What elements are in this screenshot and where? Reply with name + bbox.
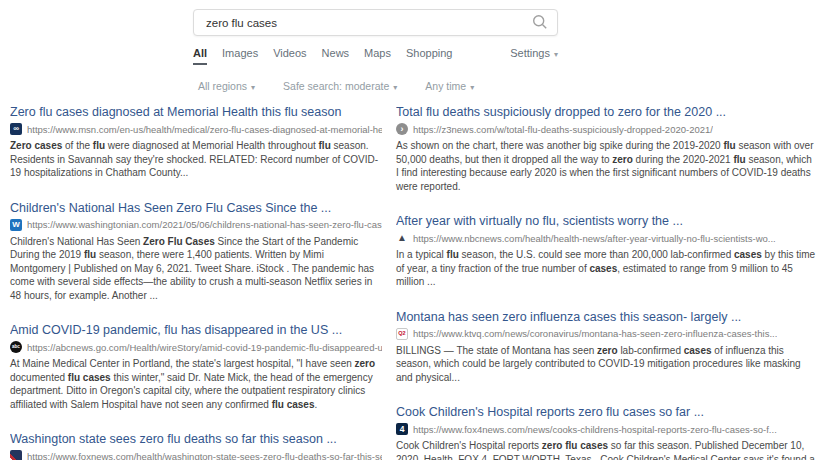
filter-label: All regions [198, 80, 247, 92]
snippet-highlight: cases [589, 263, 617, 274]
tab-news[interactable]: News [322, 47, 350, 65]
result-url[interactable]: https://www.ktvq.com/news/coronavirus/mo… [413, 328, 777, 339]
result-title-link[interactable]: Montana has seen zero influenza cases th… [396, 310, 816, 324]
result-title-link[interactable]: Cook Children's Hospital reports zero fl… [396, 405, 816, 419]
caret-down-icon: ▾ [554, 50, 558, 59]
result-title-link[interactable]: Total flu deaths suspiciously dropped to… [396, 105, 816, 119]
filter-label: Any time [425, 80, 466, 92]
tab-bar: AllImagesVideosNewsMapsShopping Settings… [193, 47, 558, 65]
snippet-highlight: flu [319, 140, 331, 151]
result-url[interactable]: https://www.washingtonian.com/2021/05/06… [27, 219, 382, 230]
search-result: Montana has seen zero influenza cases th… [396, 310, 816, 385]
ktvq-favicon: Q2 [396, 328, 408, 340]
search-button[interactable] [531, 14, 549, 32]
snippet-text: were diagnosed at Memorial Health throug… [105, 140, 318, 151]
result-meta: Whttps://www.washingtonian.com/2021/05/0… [10, 219, 382, 231]
snippet-highlight: zero [597, 345, 618, 356]
snippet-highlight: Zero Flu Cases [143, 236, 215, 247]
result-url[interactable]: https://www.fox4news.com/news/cooks-chil… [413, 424, 777, 435]
caret-down-icon: ▾ [470, 83, 474, 92]
snippet-highlight: flu cases [68, 372, 111, 383]
result-snippet: Children's National Has Seen Zero Flu Ca… [10, 235, 382, 303]
caret-down-icon: ▾ [393, 83, 397, 92]
tab-videos[interactable]: Videos [273, 47, 306, 65]
snippet-text: during the 2020-2021 [633, 154, 734, 165]
snippet-text: of the [62, 140, 93, 151]
search-result: Amid COVID-19 pandemic, flu has disappea… [10, 323, 382, 411]
snippet-text: At Maine Medical Center in Portland, the… [10, 358, 355, 369]
snippet-text: Cook Children's Hospital reports [396, 440, 542, 451]
snippet-text: BILLINGS — The state of Montana has seen [396, 345, 597, 356]
snippet-highlight: zero [355, 358, 376, 369]
snippet-highlight: flu [447, 249, 459, 260]
result-title-link[interactable]: Amid COVID-19 pandemic, flu has disappea… [10, 323, 382, 337]
tab-images[interactable]: Images [222, 47, 258, 65]
z3news-favicon: › [396, 123, 408, 135]
result-meta: ›https://z3news.com/w/total-flu-deaths-s… [396, 123, 816, 135]
result-meta: ▲https://www.nbcnews.com/health/health-n… [396, 232, 816, 244]
snippet-highlight: flu cases [272, 399, 315, 410]
search-result: Children's National Has Seen Zero Flu Ca… [10, 201, 382, 303]
search-result: Cook Children's Hospital reports zero fl… [396, 405, 816, 460]
fox4-favicon: 4 [396, 423, 408, 435]
result-title-link[interactable]: After year with virtually no flu, scient… [396, 214, 816, 228]
nbc-news-favicon: ▲ [396, 232, 408, 244]
search-box [193, 9, 558, 36]
msn-favicon: ∞ [10, 123, 22, 135]
result-title-link[interactable]: Washington state sees zero flu deaths so… [10, 432, 382, 446]
snippet-text: Children's National Has Seen [10, 236, 143, 247]
snippet-highlight: flu [733, 154, 745, 165]
snippet-text: . [314, 399, 317, 410]
result-title-link[interactable]: Zero flu cases diagnosed at Memorial Hea… [10, 105, 382, 119]
caret-down-icon: ▾ [251, 83, 255, 92]
result-url[interactable]: https://www.foxnews.com/health/washingto… [27, 451, 382, 460]
snippet-text: As shown on the chart, there was another… [396, 140, 723, 151]
result-snippet: As shown on the chart, there was another… [396, 139, 816, 193]
settings-label: Settings [510, 47, 550, 59]
search-result: Zero flu cases diagnosed at Memorial Hea… [10, 105, 382, 180]
snippet-highlight: flu [723, 140, 735, 151]
snippet-highlight: cases [684, 345, 712, 356]
snippet-text: season, the U.S. could see more than 200… [459, 249, 734, 260]
filter-label: Safe search: moderate [283, 80, 389, 92]
results-right-column: Total flu deaths suspiciously dropped to… [396, 105, 816, 460]
search-header: AllImagesVideosNewsMapsShopping Settings… [0, 0, 816, 92]
results-left-column: Zero flu cases diagnosed at Memorial Hea… [10, 105, 382, 460]
result-meta: ∞https://www.msn.com/en-us/health/medica… [10, 123, 382, 135]
snippet-highlight: flu [93, 140, 105, 151]
filter-safe-search[interactable]: Safe search: moderate▾ [283, 80, 397, 92]
snippet-text: In a typical [396, 249, 447, 260]
fox-news-favicon [10, 450, 22, 460]
search-result: Total flu deaths suspiciously dropped to… [396, 105, 816, 193]
filter-any-time[interactable]: Any time▾ [425, 80, 474, 92]
result-url[interactable]: https://www.msn.com/en-us/health/medical… [27, 124, 382, 135]
tab-all[interactable]: All [193, 47, 207, 65]
abc-news-favicon: abc [10, 341, 22, 353]
result-meta: abchttps://abcnews.go.com/Health/wireSto… [10, 341, 382, 353]
snippet-highlight: zero [612, 154, 633, 165]
search-input[interactable] [194, 10, 521, 35]
result-url[interactable]: https://www.nbcnews.com/health/health-ne… [413, 233, 776, 244]
snippet-highlight: cases [734, 249, 762, 260]
tab-maps[interactable]: Maps [364, 47, 391, 65]
result-url[interactable]: https://abcnews.go.com/Health/wireStory/… [27, 342, 382, 353]
result-meta: Q2https://www.ktvq.com/news/coronavirus/… [396, 328, 816, 340]
search-result: After year with virtually no flu, scient… [396, 214, 816, 289]
result-snippet: At Maine Medical Center in Portland, the… [10, 357, 382, 411]
result-url[interactable]: https://z3news.com/w/total-flu-deaths-su… [413, 124, 713, 135]
result-snippet: BILLINGS — The state of Montana has seen… [396, 344, 816, 385]
search-results: Zero flu cases diagnosed at Memorial Hea… [10, 105, 816, 460]
result-title-link[interactable]: Children's National Has Seen Zero Flu Ca… [10, 201, 382, 215]
tab-shopping[interactable]: Shopping [406, 47, 453, 65]
result-meta: 4https://www.fox4news.com/news/cooks-chi… [396, 423, 816, 435]
snippet-highlight: flu [84, 249, 96, 260]
snippet-text: lab-confirmed [618, 345, 684, 356]
tab-items: AllImagesVideosNewsMapsShopping [193, 47, 453, 65]
result-snippet: Zero cases of the flu were diagnosed at … [10, 139, 382, 180]
washingtonian-favicon: W [10, 219, 22, 231]
settings-menu[interactable]: Settings▾ [510, 47, 558, 59]
search-icon [532, 14, 548, 30]
snippet-highlight: Zero cases [10, 140, 62, 151]
filter-all-regions[interactable]: All regions▾ [198, 80, 255, 92]
search-result: Washington state sees zero flu deaths so… [10, 432, 382, 460]
